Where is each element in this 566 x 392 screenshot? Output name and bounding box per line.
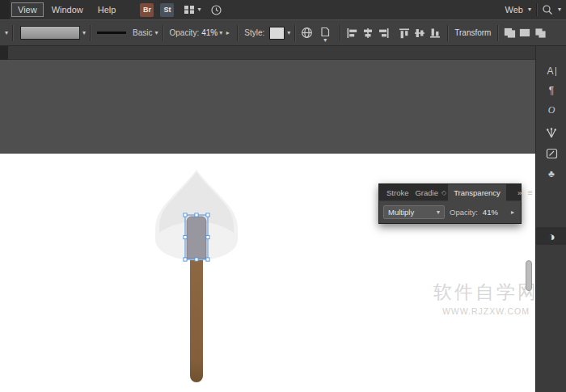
brush-definition[interactable]: Basic — [133, 28, 152, 37]
transparency-panel: Stroke Gradie ◇ Transparency » ≡ Multipl… — [378, 183, 522, 224]
watermark: 软件自学网 WWW.RJZXW.COM — [433, 280, 535, 316]
menu-help[interactable]: Help — [91, 2, 123, 17]
divider — [447, 25, 448, 41]
arrange-icon — [534, 27, 547, 38]
divider — [12, 25, 13, 41]
bridge-button[interactable]: Br — [140, 3, 154, 17]
blend-mode-select[interactable]: Multiply ▾ — [383, 205, 445, 219]
divider — [163, 25, 163, 41]
menu-view[interactable]: View — [11, 2, 44, 17]
chevron-down-icon: ▾ — [323, 37, 327, 44]
align-left-icon — [346, 27, 359, 39]
chevron-down-icon: ▾ — [197, 6, 201, 13]
stroke-preview[interactable] — [97, 32, 126, 34]
app-icon-area — [0, 0, 10, 19]
divider — [90, 25, 91, 41]
rotate-view-icon — [210, 4, 222, 16]
align-right-button[interactable] — [375, 27, 391, 40]
illustrator-window: View Window Help Br St ▾ Web ▾ ▾ — [0, 0, 566, 392]
shape-mode-icon — [504, 27, 516, 38]
document-setup-globe-button[interactable] — [299, 27, 315, 40]
document-icon — [320, 27, 330, 37]
canvas-area[interactable]: 软件自学网 WWW.RJZXW.COM Stroke Gradie ◇ Tran… — [0, 60, 535, 392]
align-center-icon — [361, 27, 374, 39]
align-top-button[interactable] — [397, 27, 412, 40]
tab-bar-corner — [0, 46, 8, 60]
align-bottom-button[interactable] — [428, 27, 443, 40]
stock-button[interactable]: St — [160, 3, 174, 17]
selected-rectangle[interactable] — [187, 217, 206, 259]
panel-opacity-value[interactable]: 41% — [483, 208, 498, 217]
divider — [536, 3, 537, 16]
watermark-url: WWW.RJZXW.COM — [433, 306, 535, 316]
brushes-panel-icon[interactable] — [536, 124, 566, 141]
fill-color-swatch[interactable] — [20, 26, 80, 40]
divider — [340, 25, 340, 41]
opacity-popout-button[interactable]: ▸ — [222, 27, 233, 39]
opacity-value[interactable]: 41% — [201, 28, 218, 37]
opacity-dropdown-icon[interactable]: ▸ — [509, 207, 517, 217]
style-swatch[interactable] — [269, 27, 285, 40]
chevron-down-icon[interactable]: ▾ — [528, 6, 531, 13]
shape-mode-button[interactable] — [502, 27, 517, 40]
opacity-label: Opacity: — [170, 28, 200, 37]
appearance-panel-icon[interactable]: ◑ — [536, 227, 566, 245]
panel-opacity-label: Opacity: — [450, 208, 478, 217]
chevron-down-icon[interactable]: ▾ — [287, 30, 290, 36]
panel-collapse-icon[interactable]: ▾ — [5, 30, 8, 36]
align-left-button[interactable] — [344, 27, 360, 40]
watermark-title: 软件自学网 — [433, 280, 535, 305]
divider — [237, 25, 238, 41]
pathfinder-icon — [519, 27, 531, 38]
pathfinder-button[interactable] — [517, 27, 533, 40]
graphic-styles-panel-icon[interactable] — [536, 145, 566, 162]
control-bar: ▾ ▾ Basic ▾ Opacity: 41% ▾ ▸ Style: ▾ ▾ — [0, 19, 566, 46]
paragraph-panel-icon[interactable]: ¶ — [536, 82, 566, 99]
align-middle-icon — [414, 27, 427, 39]
search-icon[interactable] — [542, 4, 553, 15]
shovel-artwork[interactable] — [136, 160, 257, 392]
align-top-icon — [399, 27, 412, 39]
divider — [497, 25, 498, 41]
preferences-button[interactable]: ▾ — [315, 27, 336, 40]
chevron-down-icon[interactable]: ▾ — [82, 30, 86, 36]
transparency-panel-body: Multiply ▾ Opacity: 41% ▸ — [378, 200, 522, 224]
globe-icon — [301, 27, 313, 39]
arrange-documents-button[interactable]: ▾ — [184, 5, 201, 15]
vertical-scrollbar-thumb[interactable] — [526, 260, 532, 291]
blend-mode-value: Multiply — [388, 208, 414, 217]
arrange-button[interactable] — [533, 27, 548, 40]
align-right-icon — [377, 27, 390, 39]
panel-icon-strip: A ¶ O ♣ ◑ — [535, 46, 566, 392]
panel-menu-icon[interactable]: ≡ — [527, 188, 532, 197]
chevron-down-icon[interactable]: ▾ — [154, 30, 158, 36]
divider — [294, 25, 295, 41]
style-label: Style: — [244, 28, 264, 37]
grid-icon — [184, 5, 195, 15]
character-panel-icon[interactable]: A — [536, 62, 566, 80]
align-middle-button[interactable] — [412, 27, 428, 40]
align-bottom-icon — [429, 27, 442, 39]
collapse-panel-icon[interactable]: » — [517, 188, 521, 197]
tab-transparency[interactable]: Transparency — [448, 184, 506, 201]
tab-gradient[interactable]: Gradie — [415, 188, 438, 197]
symbols-panel-icon[interactable]: ♣ — [536, 165, 566, 183]
transparency-panel-header: Stroke Gradie ◇ Transparency » ≡ — [378, 183, 522, 200]
align-center-button[interactable] — [360, 27, 375, 40]
tab-stroke[interactable]: Stroke — [386, 188, 408, 197]
document-tab-bar — [0, 46, 535, 60]
shovel-handle[interactable] — [190, 253, 203, 382]
menu-bar: View Window Help Br St ▾ Web ▾ ▾ — [0, 0, 566, 19]
chevron-down-icon[interactable]: ▾ — [558, 6, 561, 13]
opentype-panel-icon[interactable]: O — [536, 101, 566, 119]
chevron-down-icon: ▾ — [437, 209, 440, 216]
transform-label[interactable]: Transform — [454, 28, 491, 37]
workspace-label[interactable]: Web — [505, 5, 523, 15]
diamond-icon: ◇ — [441, 189, 446, 196]
menu-window[interactable]: Window — [45, 2, 90, 17]
rotate-view-button[interactable] — [210, 4, 222, 16]
